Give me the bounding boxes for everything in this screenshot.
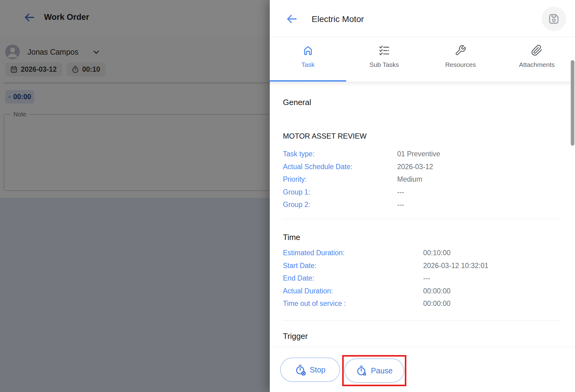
task-detail-drawer: Electric Motor Task Sub Tasks Resources … xyxy=(270,0,575,392)
tab-resources-label: Resources xyxy=(445,61,476,68)
pause-button[interactable]: Pause xyxy=(344,358,404,383)
tab-attachments-label: Attachments xyxy=(519,61,555,68)
trigger-heading: Trigger xyxy=(283,332,308,341)
scrollbar-thumb[interactable] xyxy=(571,60,574,146)
time-heading: Time xyxy=(283,233,300,242)
wrench-icon xyxy=(455,45,466,56)
pause-highlight-box: Pause xyxy=(342,355,406,386)
divider xyxy=(283,219,562,219)
field-task-type: Task type:01 Preventive xyxy=(283,148,558,161)
time-fields: Estimated Duration:00:10:00 Start Date:2… xyxy=(283,247,558,310)
stop-button-label: Stop xyxy=(310,365,325,374)
drawer-back-arrow-icon[interactable] xyxy=(285,13,298,25)
field-time-out-of-service: Time out of service :00:00:00 xyxy=(283,297,558,310)
drawer-content: General MOTOR ASSET REVIEW Task type:01 … xyxy=(270,82,575,347)
drawer-title: Electric Motor xyxy=(312,10,364,28)
save-floppy-icon xyxy=(548,13,560,25)
field-start-date: Start Date:2026-03-12 10:32:01 xyxy=(283,260,558,272)
field-estimated-duration: Estimated Duration:00:10:00 xyxy=(283,247,558,260)
stop-button[interactable]: Stop xyxy=(280,358,340,382)
save-button[interactable] xyxy=(542,7,566,31)
drawer-tabs: Task Sub Tasks Resources Attachments xyxy=(270,37,575,82)
field-group-2: Group 2:--- xyxy=(283,198,558,211)
modal-dim-overlay[interactable] xyxy=(0,0,270,392)
general-heading: General xyxy=(283,98,311,107)
field-priority: Priority:Medium xyxy=(283,173,558,186)
tab-sub-tasks[interactable]: Sub Tasks xyxy=(346,37,423,82)
tab-sub-tasks-label: Sub Tasks xyxy=(369,61,399,68)
checklist-icon xyxy=(379,45,390,56)
field-group-1: Group 1:--- xyxy=(283,186,558,199)
asset-review-heading: MOTOR ASSET REVIEW xyxy=(283,132,367,140)
stopwatch-pause-icon xyxy=(356,365,367,376)
tab-resources[interactable]: Resources xyxy=(423,37,499,82)
divider xyxy=(283,320,562,321)
tab-attachments[interactable]: Attachments xyxy=(499,37,575,82)
paperclip-icon xyxy=(531,45,543,56)
tab-task[interactable]: Task xyxy=(270,37,346,82)
drawer-footer: Stop Pause 00:00:03 xyxy=(270,347,575,392)
pause-button-label: Pause xyxy=(371,366,393,375)
field-end-date: End Date:--- xyxy=(283,272,558,285)
drawer-header: Electric Motor xyxy=(270,0,575,37)
home-icon xyxy=(302,45,314,56)
general-fields: Task type:01 Preventive Actual Schedule … xyxy=(283,148,558,211)
tab-task-label: Task xyxy=(301,61,314,68)
stopwatch-stop-icon xyxy=(295,364,306,376)
field-actual-duration: Actual Duration:00:00:00 xyxy=(283,285,558,298)
field-actual-schedule-date: Actual Schedule Date:2026-03-12 xyxy=(283,161,558,173)
